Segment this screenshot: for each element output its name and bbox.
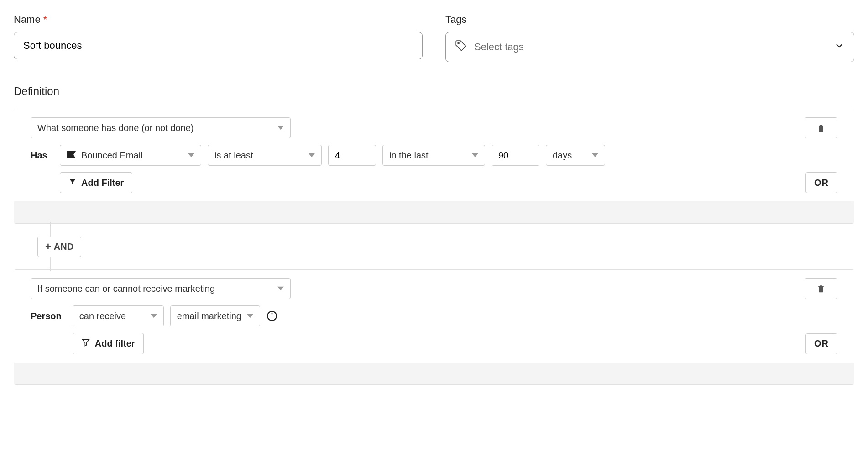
timeframe-select[interactable]: in the last (382, 145, 485, 166)
svg-marker-6 (592, 153, 598, 157)
delete-block-button[interactable] (805, 278, 837, 299)
and-connector: + AND (14, 224, 854, 269)
add-filter-label: Add filter (95, 338, 135, 349)
condition-type-select[interactable]: If someone can or cannot receive marketi… (31, 278, 291, 299)
svg-point-0 (458, 42, 459, 44)
info-icon[interactable] (267, 310, 277, 321)
definition-block: If someone can or cannot receive marketi… (14, 270, 854, 384)
tags-select[interactable]: Select tags (445, 32, 854, 62)
caret-down-icon (472, 150, 478, 161)
can-label: can receive (79, 311, 126, 321)
comparator-select[interactable]: is at least (208, 145, 322, 166)
definition-container: What someone has done (or not done) Has … (14, 109, 854, 224)
required-indicator: * (43, 14, 47, 26)
definition-block: What someone has done (or not done) Has … (14, 109, 854, 223)
unit-select[interactable]: days (546, 145, 605, 166)
tags-placeholder: Select tags (474, 41, 524, 53)
or-button[interactable]: OR (805, 172, 837, 193)
has-label: Has (31, 150, 49, 161)
or-label: OR (814, 178, 829, 188)
count-input[interactable] (328, 145, 376, 166)
svg-marker-4 (309, 153, 315, 157)
svg-marker-2 (67, 151, 76, 158)
delete-block-button[interactable] (805, 117, 837, 138)
name-field-group: Name * (14, 14, 423, 62)
block-footer (14, 201, 854, 223)
tags-field-group: Tags Select tags (445, 14, 854, 62)
funnel-icon (81, 338, 90, 349)
name-label-text: Name (14, 14, 41, 26)
caret-down-icon (277, 123, 284, 133)
flag-icon (67, 150, 76, 161)
plus-icon: + (45, 242, 51, 252)
caret-down-icon (277, 284, 284, 294)
name-input[interactable] (14, 32, 423, 59)
unit-label: days (553, 150, 572, 161)
svg-marker-3 (188, 153, 194, 157)
svg-marker-1 (277, 126, 284, 129)
add-filter-button[interactable]: Add filter (73, 333, 144, 354)
caret-down-icon (309, 150, 315, 161)
and-button[interactable]: + AND (37, 237, 81, 257)
timeframe-label: in the last (389, 150, 429, 161)
filter-icon (68, 178, 77, 188)
or-button[interactable]: OR (805, 333, 837, 354)
add-filter-button[interactable]: Add Filter (60, 172, 132, 193)
condition-type-label: What someone has done (or not done) (37, 123, 193, 133)
caret-down-icon (188, 150, 194, 161)
can-select[interactable]: can receive (73, 305, 164, 326)
add-filter-label: Add Filter (81, 178, 124, 188)
tags-label: Tags (445, 14, 854, 26)
condition-type-label: If someone can or cannot receive marketi… (37, 284, 215, 294)
caret-down-icon (247, 311, 253, 321)
duration-input[interactable] (492, 145, 539, 166)
channel-select[interactable]: email marketing (170, 305, 260, 326)
condition-type-select[interactable]: What someone has done (or not done) (31, 117, 291, 138)
action-select[interactable]: Bounced Email (60, 145, 201, 166)
svg-marker-8 (277, 286, 284, 290)
action-label: Bounced Email (81, 150, 143, 161)
svg-marker-10 (247, 314, 253, 317)
svg-marker-5 (472, 153, 478, 157)
chevron-down-icon (834, 40, 845, 54)
name-label: Name * (14, 14, 423, 26)
svg-marker-7 (69, 179, 76, 185)
caret-down-icon (151, 311, 157, 321)
block-footer (14, 363, 854, 384)
channel-label: email marketing (177, 311, 241, 321)
svg-point-13 (272, 314, 272, 314)
tags-label-text: Tags (445, 14, 466, 26)
comparator-label: is at least (214, 150, 253, 161)
caret-down-icon (592, 150, 598, 161)
definition-title: Definition (14, 85, 854, 98)
and-label: AND (54, 242, 73, 252)
or-label: OR (814, 338, 829, 349)
person-label: Person (31, 311, 62, 321)
definition-container: If someone can or cannot receive marketi… (14, 269, 854, 385)
svg-marker-9 (151, 314, 157, 317)
tag-icon (455, 40, 467, 54)
